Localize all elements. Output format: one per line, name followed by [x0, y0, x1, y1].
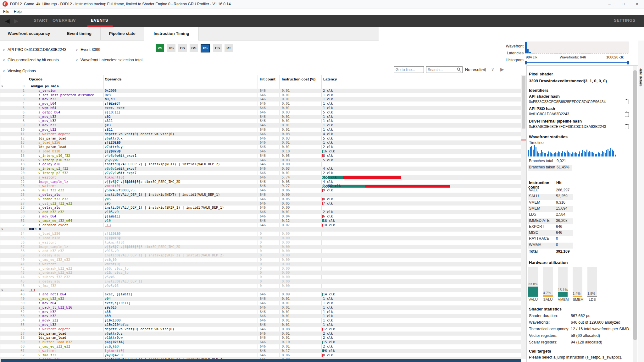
table-row[interactable]: 23s_waitcntvmcnt(0)6469.271,482 clk [0, 184, 521, 188]
col-header-opcode[interactable]: Opcode [29, 77, 42, 81]
wavefront-latency-histogram[interactable] [525, 41, 629, 53]
table-row[interactable]: 61s_waitcntlgkmcnt(0)6460.1726 clk [0, 349, 521, 353]
table-row[interactable]: 35s_load_b128s[20:23], s[2:3], 0x3000.00 [0, 236, 521, 240]
table-row[interactable]: 9s_mov_b32s2, s36460.011 clk [0, 123, 521, 128]
slider-handle-left[interactable] [525, 61, 527, 64]
table-label-row[interactable]: ∨33BBF1_0 [0, 227, 521, 232]
table-row[interactable]: 11s_waitcnt_depctrdepctr_va_vdst(0) depc… [0, 132, 521, 136]
prev-result-icon[interactable]: ◀ [482, 67, 486, 72]
tab-settings[interactable]: SETTINGS [614, 18, 636, 23]
col-header-cost[interactable]: Instruction cost (%) [282, 77, 315, 81]
table-row[interactable]: 1s_version0x20066460.012 clk [0, 89, 521, 93]
subtab-instruction-timing[interactable]: Instruction Timing [144, 27, 199, 41]
table-row[interactable]: 44v_subrev_f32_e32v5, v4, v600.00 [0, 275, 521, 279]
wavefront-latencies-dropdown[interactable]: ∨Wavefront Latencies: selection total [75, 57, 142, 63]
back-arrow-icon[interactable]: ◀ [5, 17, 10, 25]
table-scrollbar-thumb[interactable] [522, 76, 525, 129]
panel-scrollbar-thumb[interactable] [633, 70, 637, 340]
table-row[interactable]: 5s_wqm_b64exec, exec6460.011 clk [0, 106, 521, 110]
viewing-options-dropdown[interactable]: ∨Viewing Options [3, 68, 36, 74]
hide-details-strip[interactable] [638, 41, 644, 362]
table-row[interactable]: 25s_delay_aluinstid0(VALU_DEP_1) | insts… [0, 193, 521, 197]
tab-start[interactable]: START [34, 18, 48, 23]
copy-to-clipboard-icon[interactable] [625, 124, 629, 129]
table-row[interactable]: 12lds_param_loadv6, attr0.x6460.035 clk [0, 136, 521, 141]
minimize-button[interactable]: – [602, 0, 616, 8]
table-row[interactable]: 10s_mov_b32s3, s116460.011 clk [0, 128, 521, 132]
table-row[interactable]: 30s_mov_b64s[10:11], exec6460.046 clk [0, 214, 521, 219]
table-row[interactable]: 14lds_param_loadv7, attr0.y6460.012 clk [0, 145, 521, 149]
table-row[interactable]: 15s_load_b128s[20:23], s[2:3], 0x206460.… [0, 149, 521, 154]
table-row[interactable]: 22image_sample_lzv[4:5], [v8, v7], s[12:… [0, 180, 521, 184]
menu-file[interactable]: File [3, 9, 9, 14]
table-row[interactable]: 62v_fma_f32v4, v9, s4, 2.06460.068 clk [0, 353, 521, 358]
table-row[interactable]: 38v_and_b32_e32v9, 16, v900.00 [0, 249, 521, 253]
subtab-wavefront-occupancy[interactable]: Wavefront occupancy [0, 27, 58, 40]
col-header-operands[interactable]: Operands [105, 77, 122, 81]
table-row[interactable]: 8s_mov_b32s1, s116460.011 clk [0, 119, 521, 123]
table-row[interactable]: 31v_cmpx_eq_i32_e64v10, 46460.1218 clk [0, 219, 521, 223]
table-row[interactable]: 55s_mov_b32s15, 0x2104bfac6460.011 clk [0, 323, 521, 327]
table-label-row[interactable]: ∨47_L3 [0, 288, 521, 293]
tab-events[interactable]: EVENTS [91, 18, 108, 23]
table-row[interactable]: 41s_waitcntvmcnt(0)00.00 [0, 262, 521, 266]
table-row[interactable]: 60v_cmp_eq_i32_e32vcc_lo, 0, v106460.012… [0, 344, 521, 349]
hide-details-label[interactable]: Hide details [639, 68, 643, 86]
table-row[interactable]: 50s_mov_b64exec, s[10:11]6460.011 clk [0, 301, 521, 305]
api-pso-dropdown[interactable]: ∨API PSO 0x61C8C1D8A83B2243 [3, 47, 66, 52]
forward-arrow-icon[interactable]: ▶ [14, 17, 19, 25]
close-button[interactable]: × [630, 0, 644, 8]
table-row[interactable]: 49v_mov_b32_e32v9, v46460.011 clk [0, 297, 521, 301]
table-row[interactable]: 51s_pack_ll_b32_b16s9, s6, 166460.011 cl… [0, 305, 521, 310]
subtab-event-timing[interactable]: Event timing [58, 27, 101, 40]
table-row[interactable]: 6s_getpc_b64s[10:11]6460.035 clk [0, 110, 521, 115]
table-row[interactable]: 39s_delay_aluinstid0(VALU_DEP_1) | insts… [0, 253, 521, 258]
menu-help[interactable]: Help [14, 9, 22, 14]
next-result-icon[interactable]: ▶ [500, 67, 504, 72]
copy-to-clipboard-icon[interactable] [625, 100, 629, 104]
table-row[interactable]: 57lds_param_loadv6, attr0.z6460.012 clk [0, 332, 521, 336]
slider-handle-right[interactable] [627, 61, 629, 64]
table-row[interactable]: 58lds_param_loadv11, attr0.w6460.012 clk [0, 336, 521, 340]
table-row[interactable]: 48s_and_not1_b64exec, s[10:11], exec6460… [0, 292, 521, 297]
table-row[interactable]: 17v_interp_p10_f32v5, v7, v0, v76460.035… [0, 158, 521, 162]
copy-to-clipboard-icon[interactable] [625, 112, 629, 117]
tab-overview[interactable]: OVERVIEW [53, 18, 76, 23]
table-row[interactable]: 18s_delay_aluinstid0(VALU_DEP_2) | insts… [0, 162, 521, 167]
histogram-range-slider[interactable] [526, 62, 628, 63]
stage-rt-button[interactable]: RT [225, 44, 233, 52]
table-row[interactable]: 24v_mul_f32_e32v5, 0x437f0000, v56460.06… [0, 188, 521, 193]
maximize-button[interactable]: □ [616, 0, 630, 8]
table-row[interactable]: 7s_mov_b32s0, s26460.011 clk [0, 115, 521, 119]
col-header-latency[interactable]: Latency [323, 77, 337, 81]
subtab-pipeline-state[interactable]: Pipeline state [101, 27, 144, 40]
table-row[interactable]: 53s_mov_b32s13, s96460.011 clk [0, 314, 521, 318]
horizontal-scrollbar[interactable] [1, 359, 521, 362]
table-row[interactable]: 27v_cvt_u32_f32_e32v9, v56460.057 clk [0, 201, 521, 206]
table-row[interactable]: 29v_and_b32_e32v10, 15, v96460.012 clk [0, 210, 521, 214]
table-row[interactable]: 52s_mov_b32s12, s56460.011 clk [0, 310, 521, 314]
table-row[interactable]: 2s_set_inst_prefetch_distance0x36460.011… [0, 93, 521, 97]
table-row[interactable]: 37image_sample_lzv[5:6], [v8, v7], s[12:… [0, 245, 521, 249]
table-row[interactable]: 16v_interp_p10_f32v4, v6, v0, v6 wait_ex… [0, 154, 521, 158]
table-row[interactable]: 56s_waitcnt_depctrdepctr_va_vdst(0) depc… [0, 327, 521, 332]
table-row[interactable]: 54s_movk_i32s14, 0x10006460.011 clk [0, 318, 521, 323]
table-row[interactable]: 43v_cndmask_b32_e32v11, 0, v5, vcc_lo00.… [0, 271, 521, 275]
table-row[interactable]: 21s_waitcntlgkmcnt(0)6465.74917 clk [0, 175, 521, 180]
stage-gs-button[interactable]: GS [190, 44, 198, 52]
table-label-row[interactable]: ∨0_amdgpu_ps_main [0, 84, 521, 89]
table-row[interactable]: 13s_load_b256s[12:19], s[0:1], 0x406460.… [0, 140, 521, 145]
table-row[interactable]: 46v_fma_f32v9, v5, v11, v400.00 [0, 284, 521, 288]
table-row[interactable]: 40v_cmp_eq_i32_e32vcc_lo, 0, v900.00 [0, 258, 521, 262]
table-row[interactable]: 4s_mov_b64s[92:93], exec6460.011 clk [0, 101, 521, 106]
table-row[interactable]: 20v_interp_p2_f32v7, v7, v1, v5 wait_exp… [0, 171, 521, 175]
table-row[interactable]: 26v_rndne_f32_e32v5, v56460.058 clk [0, 197, 521, 201]
table-row[interactable]: 3s_mov_b32m0, s96460.011 clk [0, 97, 521, 101]
table-row[interactable]: 42v_cndmask_b32_e32v6, 0, v6, vcc_lo00.0… [0, 266, 521, 271]
table-row[interactable]: 19v_interp_p2_f32v8, v6, v1, v4 wait_exp… [0, 167, 521, 171]
col-header-hit-count[interactable]: Hit count [260, 77, 275, 81]
stage-hs-button[interactable]: HS [167, 44, 175, 52]
table-row[interactable]: 45s_delay_aluinstid0(VALU_DEP_1)00.00 [0, 279, 521, 284]
goto-line-input[interactable] [394, 66, 424, 73]
event-dropdown[interactable]: ∨Event 3399 [75, 47, 100, 52]
